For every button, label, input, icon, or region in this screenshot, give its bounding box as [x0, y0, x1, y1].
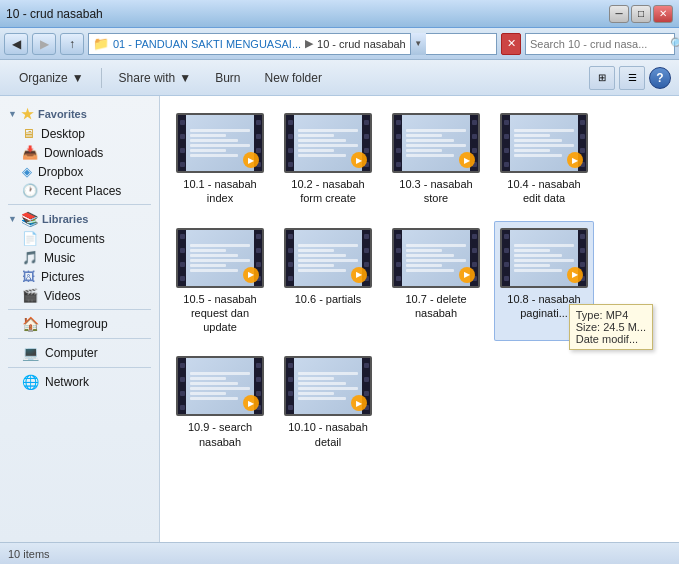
up-button[interactable]: ↑ [60, 33, 84, 55]
downloads-folder-icon: 📥 [22, 145, 38, 160]
libraries-arrow: ▼ [8, 214, 17, 224]
address-bar: ◀ ▶ ↑ 📁 01 - PANDUAN SAKTI MENGUASAI... … [0, 28, 679, 60]
film-holes-left [394, 115, 402, 171]
burn-label: Burn [215, 71, 240, 85]
path-folder-icon: 📁 [93, 36, 109, 51]
address-path[interactable]: 📁 01 - PANDUAN SAKTI MENGUASAI... ▶ 10 -… [88, 33, 497, 55]
new-folder-button[interactable]: New folder [254, 65, 333, 91]
path-close-button[interactable]: ✕ [501, 33, 521, 55]
film-holes-left [178, 115, 186, 171]
file-label: 10.2 - nasabah form create [283, 177, 373, 206]
sidebar-divider-2 [8, 309, 151, 310]
file-item[interactable]: ▶10.2 - nasabah form create [278, 106, 378, 213]
sidebar-divider-1 [8, 204, 151, 205]
file-item[interactable]: ▶10.8 - nasabah paginati...Type: MP4Size… [494, 221, 594, 342]
sidebar-item-dropbox[interactable]: ◈ Dropbox [0, 162, 159, 181]
favorites-arrow: ▼ [8, 109, 17, 119]
sidebar-item-desktop[interactable]: 🖥 Desktop [0, 124, 159, 143]
sidebar-item-pictures[interactable]: 🖼 Pictures [0, 267, 159, 286]
film-holes-left [178, 230, 186, 286]
share-dropdown-icon: ▼ [179, 71, 191, 85]
file-label: 10.1 - nasabah index [175, 177, 265, 206]
path-part-1[interactable]: 01 - PANDUAN SAKTI MENGUASAI... [113, 38, 301, 50]
video-thumbnail: ▶ [284, 228, 372, 288]
libraries-label: Libraries [42, 213, 88, 225]
file-item[interactable]: ▶10.6 - partials [278, 221, 378, 342]
music-icon: 🎵 [22, 250, 38, 265]
main-layout: ▼ ★ Favorites 🖥 Desktop 📥 Downloads ◈ Dr… [0, 96, 679, 542]
toolbar: Organize ▼ Share with ▼ Burn New folder … [0, 60, 679, 96]
video-thumbnail: ▶ [500, 113, 588, 173]
libraries-header[interactable]: ▼ 📚 Libraries [0, 209, 159, 229]
search-input[interactable] [530, 38, 668, 50]
back-button[interactable]: ◀ [4, 33, 28, 55]
sidebar-divider-4 [8, 367, 151, 368]
file-item[interactable]: ▶10.3 - nasabah store [386, 106, 486, 213]
file-item[interactable]: ▶10.5 - nasabah request dan update [170, 221, 270, 342]
sidebar-item-downloads[interactable]: 📥 Downloads [0, 143, 159, 162]
file-item[interactable]: ▶10.1 - nasabah index [170, 106, 270, 213]
favorites-label: Favorites [38, 108, 87, 120]
video-thumbnail: ▶ [500, 228, 588, 288]
film-holes-left [502, 230, 510, 286]
network-label: Network [45, 375, 89, 389]
video-thumbnail: ▶ [392, 228, 480, 288]
file-label: 10.10 - nasabah detail [283, 420, 373, 449]
video-thumbnail: ▶ [284, 113, 372, 173]
sidebar: ▼ ★ Favorites 🖥 Desktop 📥 Downloads ◈ Dr… [0, 96, 160, 542]
favorites-header[interactable]: ▼ ★ Favorites [0, 104, 159, 124]
view-details-button[interactable]: ☰ [619, 66, 645, 90]
burn-button[interactable]: Burn [204, 65, 251, 91]
sidebar-item-videos[interactable]: 🎬 Videos [0, 286, 159, 305]
path-part-2[interactable]: 10 - crud nasabah [317, 38, 406, 50]
recent-label: Recent Places [44, 184, 121, 198]
maximize-button[interactable]: □ [631, 5, 651, 23]
libraries-icon: 📚 [21, 211, 38, 227]
sidebar-item-documents[interactable]: 📄 Documents [0, 229, 159, 248]
sidebar-item-music[interactable]: 🎵 Music [0, 248, 159, 267]
view-toggle-button[interactable]: ⊞ [589, 66, 615, 90]
organize-dropdown-icon: ▼ [72, 71, 84, 85]
sidebar-item-network[interactable]: 🌐 Network [0, 372, 159, 392]
help-button[interactable]: ? [649, 67, 671, 89]
forward-button[interactable]: ▶ [32, 33, 56, 55]
file-item[interactable]: ▶10.10 - nasabah detail [278, 349, 378, 456]
status-bar: 10 items [0, 542, 679, 564]
dropbox-icon: ◈ [22, 164, 32, 179]
file-item[interactable]: ▶10.7 - delete nasabah [386, 221, 486, 342]
search-box[interactable]: 🔍 [525, 33, 675, 55]
tooltip-size: Size: 24.5 M... [576, 321, 646, 333]
path-separator: ▶ [305, 37, 313, 50]
toolbar-separator-1 [101, 68, 102, 88]
play-overlay: ▶ [351, 267, 367, 283]
music-label: Music [44, 251, 75, 265]
share-with-label: Share with [119, 71, 176, 85]
videos-label: Videos [44, 289, 80, 303]
play-overlay: ▶ [567, 267, 583, 283]
documents-label: Documents [44, 232, 105, 246]
close-button[interactable]: ✕ [653, 5, 673, 23]
video-thumbnail: ▶ [176, 113, 264, 173]
video-thumbnail: ▶ [176, 228, 264, 288]
file-label: 10.3 - nasabah store [391, 177, 481, 206]
video-thumbnail: ▶ [284, 356, 372, 416]
title-bar-text: 10 - crud nasabah [6, 7, 103, 21]
pictures-label: Pictures [41, 270, 84, 284]
network-icon: 🌐 [22, 374, 39, 390]
play-overlay: ▶ [351, 152, 367, 168]
minimize-button[interactable]: ─ [609, 5, 629, 23]
search-icon: 🔍 [670, 37, 679, 51]
film-holes-left [286, 230, 294, 286]
computer-section: 💻 Computer [0, 343, 159, 363]
file-item[interactable]: ▶10.9 - search nasabah [170, 349, 270, 456]
file-item[interactable]: ▶10.4 - nasabah edit data [494, 106, 594, 213]
sidebar-item-computer[interactable]: 💻 Computer [0, 343, 159, 363]
new-folder-label: New folder [265, 71, 322, 85]
organize-button[interactable]: Organize ▼ [8, 65, 95, 91]
sidebar-item-recent[interactable]: 🕐 Recent Places [0, 181, 159, 200]
share-with-button[interactable]: Share with ▼ [108, 65, 203, 91]
sidebar-item-homegroup[interactable]: 🏠 Homegroup [0, 314, 159, 334]
computer-label: Computer [45, 346, 98, 360]
video-thumbnail: ▶ [392, 113, 480, 173]
path-dropdown[interactable]: ▼ [410, 33, 426, 55]
